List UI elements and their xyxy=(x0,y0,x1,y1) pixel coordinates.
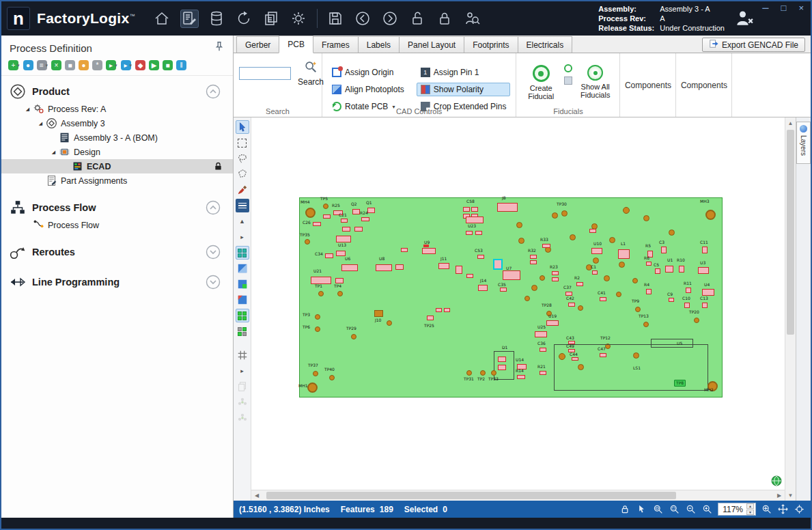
pcb-component[interactable] xyxy=(655,268,660,274)
pan-icon[interactable] xyxy=(777,503,789,515)
pcb-component[interactable] xyxy=(500,288,507,292)
pcb-pad[interactable] xyxy=(643,322,649,327)
minimize-button[interactable]: ─ xyxy=(762,3,768,13)
zoom-selection-icon[interactable] xyxy=(669,503,680,515)
marquee-tool-icon[interactable] xyxy=(236,136,249,150)
pcb-component[interactable] xyxy=(669,298,674,302)
zoom-full-icon[interactable] xyxy=(761,503,772,515)
pcb-component[interactable] xyxy=(466,217,484,223)
pcb-mounting-hole[interactable] xyxy=(705,210,716,220)
select-tool-icon[interactable] xyxy=(236,120,249,134)
pcb-component[interactable] xyxy=(471,207,478,212)
pcb-selected-component[interactable] xyxy=(493,259,503,270)
remove-icon[interactable]: × xyxy=(51,60,61,70)
mixed-layer-tool-icon[interactable] xyxy=(236,324,249,338)
pcb-component[interactable] xyxy=(600,297,606,301)
dropdown-arrow-icon[interactable]: ▾ xyxy=(46,63,48,68)
pin-icon[interactable] xyxy=(214,41,225,55)
home-icon[interactable] xyxy=(153,10,171,28)
chevron-up-icon[interactable] xyxy=(206,200,221,215)
tab-gerber[interactable]: Gerber xyxy=(236,36,279,53)
tab-labels[interactable]: Labels xyxy=(358,36,400,53)
pcb-component[interactable] xyxy=(395,264,404,270)
assign-origin-button[interactable]: Assign Origin xyxy=(328,66,408,79)
pcb-component[interactable] xyxy=(341,219,348,223)
pcb-pad[interactable] xyxy=(669,229,675,236)
horizontal-scrollbar[interactable]: ◀ ▶ xyxy=(251,490,785,501)
pcb-pad[interactable] xyxy=(633,352,639,359)
pcb-component[interactable] xyxy=(475,231,482,235)
pcb-component[interactable] xyxy=(552,277,559,281)
zoom-window-icon[interactable] xyxy=(652,503,664,515)
audit-search-icon[interactable] xyxy=(463,10,481,28)
pcb-pad[interactable] xyxy=(337,291,343,296)
tree-node-assembly-3[interactable]: ◢Assembly 3 xyxy=(1,116,233,130)
pcb-pad[interactable] xyxy=(480,370,486,376)
user-icon[interactable]: ● xyxy=(79,60,89,70)
unlock-icon[interactable] xyxy=(408,10,427,28)
zoom-in-icon[interactable] xyxy=(701,503,713,515)
show-all-fiducials-button[interactable]: Show All Fiducials xyxy=(576,63,615,101)
pcb-component[interactable] xyxy=(342,227,350,232)
pcb-component[interactable] xyxy=(702,289,714,296)
pcb-pad[interactable] xyxy=(593,257,599,264)
maximize-button[interactable]: □ xyxy=(781,3,787,13)
scroll-left-icon[interactable]: ◀ xyxy=(251,490,262,501)
zoom-decrease-icon[interactable]: ▼ xyxy=(746,510,754,515)
pcb-component[interactable] xyxy=(444,308,450,312)
pcb-pad[interactable] xyxy=(531,285,537,291)
pads-layer-tool-icon[interactable] xyxy=(236,246,249,260)
pcb-component[interactable] xyxy=(427,316,434,320)
pcb-component[interactable] xyxy=(354,227,363,232)
pcb-component[interactable] xyxy=(422,248,436,254)
tree-section-reroutes[interactable]: Reroutes xyxy=(1,242,233,262)
top-layer-tool-icon[interactable] xyxy=(236,262,249,275)
pcb-pad[interactable] xyxy=(616,292,621,297)
pcb-component[interactable] xyxy=(367,208,375,213)
pcb-highlighted-label[interactable]: TP8 xyxy=(674,380,686,387)
documents-icon[interactable] xyxy=(262,10,281,28)
pcb-mounting-hole[interactable] xyxy=(305,208,316,218)
pcb-pad[interactable] xyxy=(632,278,638,283)
pcb-component[interactable] xyxy=(361,217,369,221)
tree-node-part-assignments[interactable]: Part Assignments xyxy=(1,173,233,188)
pcb-component[interactable] xyxy=(376,264,392,271)
pcb-component[interactable] xyxy=(589,229,596,233)
pcb-component[interactable] xyxy=(477,255,484,259)
tree-node-process-flow[interactable]: Process Flow xyxy=(1,218,233,232)
pcb-pad[interactable] xyxy=(387,320,392,326)
pcb-component[interactable] xyxy=(341,264,358,271)
pcb-component[interactable] xyxy=(686,288,691,293)
vertical-scroll-thumb[interactable] xyxy=(787,130,794,335)
sync-icon[interactable] xyxy=(235,10,253,28)
tree-node-process-rev-a[interactable]: ◢Process Rev: A xyxy=(1,102,233,116)
pcb-pad[interactable] xyxy=(518,238,524,244)
pcb-component[interactable] xyxy=(542,244,550,248)
tab-footprints[interactable]: Footprints xyxy=(464,36,518,53)
pcb-pad[interactable] xyxy=(694,318,699,323)
stop-icon[interactable]: ■ xyxy=(163,60,173,70)
pcb-component[interactable] xyxy=(313,222,321,226)
pcb-mounting-hole[interactable] xyxy=(307,382,318,393)
pointer-select-icon[interactable] xyxy=(636,503,647,515)
save-icon[interactable] xyxy=(326,10,345,28)
tree-node-assembly-3-a-bom[interactable]: Assembly 3 - A (BOM) xyxy=(1,130,233,145)
scroll-up-icon[interactable]: ▲ xyxy=(785,117,796,128)
pcb-component[interactable] xyxy=(352,209,360,214)
search-input[interactable] xyxy=(239,67,291,80)
vertical-scrollbar[interactable]: ▲ ▼ xyxy=(785,117,796,501)
zoom-increase-icon[interactable]: ▲ xyxy=(746,503,754,509)
dropdown-arrow-icon[interactable]: ▾ xyxy=(130,63,132,68)
pcb-pad[interactable] xyxy=(323,204,328,209)
pcb-component[interactable] xyxy=(572,357,578,361)
tab-panel-layout[interactable]: Panel Layout xyxy=(399,36,464,53)
pcb-pad[interactable] xyxy=(559,353,565,360)
pcb-component[interactable] xyxy=(568,303,575,307)
align-center-tool-icon[interactable] xyxy=(236,395,249,409)
flower-icon[interactable]: * xyxy=(92,60,102,70)
pcb-component[interactable] xyxy=(665,266,673,273)
pcb-component[interactable] xyxy=(540,348,546,352)
tab-frames[interactable]: Frames xyxy=(313,36,359,53)
components-layer-tool-icon[interactable] xyxy=(236,309,249,322)
pcb-pad[interactable] xyxy=(516,222,522,228)
